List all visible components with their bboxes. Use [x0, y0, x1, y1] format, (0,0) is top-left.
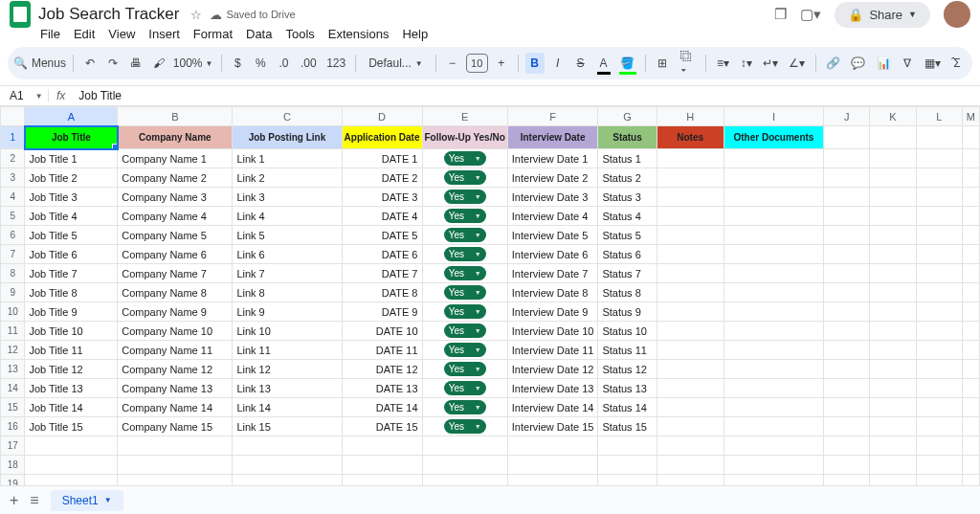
- column-header-I[interactable]: I: [724, 107, 824, 126]
- cell-K15[interactable]: [870, 398, 917, 417]
- cell-C7[interactable]: Link 6: [233, 245, 342, 264]
- cell-I18[interactable]: [724, 456, 824, 475]
- cell-C1[interactable]: Job Posting Link: [233, 126, 342, 149]
- cell-E15[interactable]: Yes▼: [422, 398, 507, 417]
- cell-G13[interactable]: Status 12: [598, 360, 657, 379]
- cell-M16[interactable]: [962, 417, 979, 436]
- cell-J6[interactable]: [824, 226, 870, 245]
- cell-L6[interactable]: [916, 226, 962, 245]
- row-header-16[interactable]: 16: [1, 417, 25, 436]
- table-view-button[interactable]: ▦▾: [921, 53, 944, 74]
- cell-J4[interactable]: [824, 188, 870, 207]
- cell-K13[interactable]: [870, 360, 917, 379]
- cell-I16[interactable]: [724, 417, 824, 436]
- menu-view[interactable]: View: [108, 27, 135, 41]
- cell-A10[interactable]: Job Title 9: [25, 302, 118, 322]
- cell-L7[interactable]: [916, 245, 962, 264]
- cell-H18[interactable]: [657, 456, 724, 475]
- cell-K11[interactable]: [870, 322, 917, 341]
- cell-B9[interactable]: Company Name 8: [118, 283, 233, 302]
- insert-link-button[interactable]: 🔗: [822, 53, 843, 74]
- cell-E3[interactable]: Yes▼: [422, 168, 507, 188]
- cell-K18[interactable]: [870, 456, 917, 475]
- row-header-6[interactable]: 6: [1, 226, 25, 245]
- cell-J7[interactable]: [824, 245, 870, 264]
- name-box[interactable]: A1 ▼: [0, 89, 48, 102]
- cell-H11[interactable]: [657, 322, 724, 341]
- meet-icon[interactable]: ▢▾: [800, 6, 821, 23]
- cell-H13[interactable]: [657, 360, 724, 379]
- cell-K6[interactable]: [870, 226, 917, 245]
- print-button[interactable]: 🖶: [126, 53, 145, 74]
- cell-J14[interactable]: [824, 379, 870, 398]
- cell-L4[interactable]: [916, 188, 962, 207]
- cell-C8[interactable]: Link 7: [233, 264, 342, 283]
- sheet-tab-active[interactable]: Sheet1 ▼: [51, 490, 123, 511]
- insert-comment-button[interactable]: 💬: [848, 53, 869, 74]
- cell-C16[interactable]: Link 15: [233, 417, 342, 436]
- cell-B7[interactable]: Company Name 6: [118, 245, 233, 264]
- cell-L3[interactable]: [916, 168, 962, 188]
- followup-chip[interactable]: Yes▼: [444, 209, 486, 223]
- cell-B12[interactable]: Company Name 11: [118, 341, 233, 360]
- cell-C3[interactable]: Link 2: [233, 168, 342, 188]
- cell-A15[interactable]: Job Title 14: [25, 398, 118, 417]
- cell-E13[interactable]: Yes▼: [422, 360, 507, 379]
- column-header-L[interactable]: L: [916, 107, 962, 126]
- cell-L13[interactable]: [916, 360, 962, 379]
- cell-M7[interactable]: [962, 245, 979, 264]
- cell-F5[interactable]: Interview Date 4: [507, 207, 598, 226]
- cell-I13[interactable]: [724, 360, 824, 379]
- cell-H9[interactable]: [657, 283, 724, 302]
- cell-I14[interactable]: [724, 379, 824, 398]
- cell-B4[interactable]: Company Name 3: [118, 188, 233, 207]
- column-header-A[interactable]: A: [25, 107, 118, 126]
- undo-button[interactable]: ↶: [80, 53, 100, 74]
- cell-G15[interactable]: Status 14: [598, 398, 657, 417]
- add-sheet-button[interactable]: +: [10, 492, 18, 509]
- search-menus-button[interactable]: 🔍 Menus: [13, 53, 66, 74]
- cell-M11[interactable]: [962, 322, 979, 341]
- cell-A6[interactable]: Job Title 5: [25, 226, 118, 245]
- cell-L17[interactable]: [916, 436, 962, 456]
- cell-I3[interactable]: [724, 168, 824, 188]
- cell-D12[interactable]: DATE 11: [342, 341, 422, 360]
- cell-E18[interactable]: [422, 456, 507, 475]
- cell-I1[interactable]: Other Documents: [724, 126, 824, 149]
- cell-F1[interactable]: Interview Date: [507, 126, 598, 149]
- cloud-saved-icon[interactable]: ☁: [210, 8, 222, 22]
- select-all-corner[interactable]: [1, 107, 25, 126]
- cell-A14[interactable]: Job Title 13: [25, 379, 118, 398]
- row-header-3[interactable]: 3: [1, 168, 25, 188]
- cell-D11[interactable]: DATE 10: [342, 322, 422, 341]
- cell-I7[interactable]: [724, 245, 824, 264]
- cell-C4[interactable]: Link 3: [233, 188, 342, 207]
- cell-D3[interactable]: DATE 2: [342, 168, 422, 188]
- text-wrap-button[interactable]: ↵▾: [760, 53, 782, 74]
- cell-I11[interactable]: [724, 322, 824, 341]
- cell-E10[interactable]: Yes▼: [422, 302, 507, 322]
- cell-H17[interactable]: [657, 436, 724, 456]
- borders-button[interactable]: ⊞: [653, 53, 672, 74]
- cell-F16[interactable]: Interview Date 15: [507, 417, 598, 436]
- merge-cells-button[interactable]: ⿻▾: [676, 46, 700, 80]
- row-header-9[interactable]: 9: [1, 283, 25, 302]
- cell-H3[interactable]: [657, 168, 724, 188]
- cell-D4[interactable]: DATE 3: [342, 188, 422, 207]
- cell-D14[interactable]: DATE 13: [342, 379, 422, 398]
- insert-chart-button[interactable]: 📊: [873, 53, 894, 74]
- cell-B1[interactable]: Company Name: [118, 126, 233, 149]
- cell-G1[interactable]: Status: [598, 126, 657, 149]
- cell-F18[interactable]: [507, 456, 598, 475]
- followup-chip[interactable]: Yes▼: [444, 324, 486, 338]
- cell-H7[interactable]: [657, 245, 724, 264]
- cell-C17[interactable]: [233, 436, 342, 456]
- menu-edit[interactable]: Edit: [74, 27, 95, 41]
- cell-J8[interactable]: [824, 264, 870, 283]
- cell-L14[interactable]: [916, 379, 962, 398]
- cell-J5[interactable]: [824, 207, 870, 226]
- menu-help[interactable]: Help: [402, 27, 428, 41]
- row-header-2[interactable]: 2: [1, 149, 25, 168]
- cell-H14[interactable]: [657, 379, 724, 398]
- cell-C13[interactable]: Link 12: [233, 360, 342, 379]
